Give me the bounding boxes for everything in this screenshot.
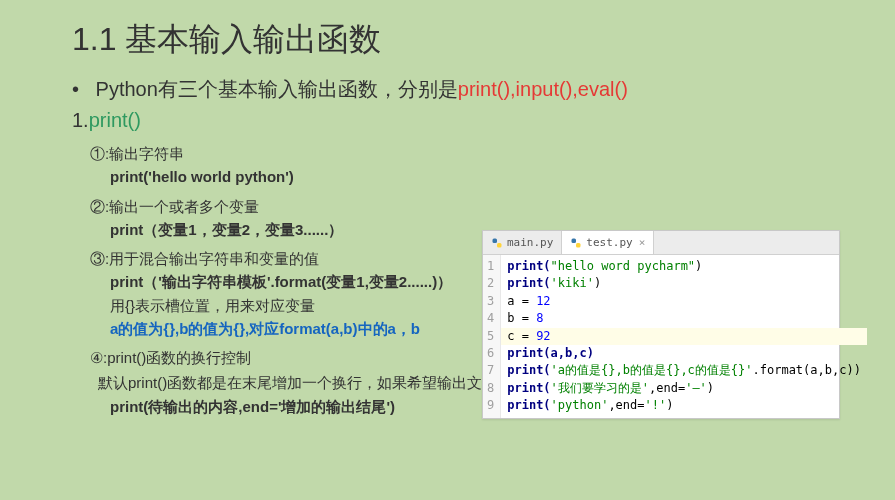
line-num: 8 [487, 380, 494, 397]
svg-rect-0 [493, 238, 498, 243]
line-num: 7 [487, 362, 494, 379]
code-line: print('python',end='!') [507, 397, 861, 414]
line-num: 4 [487, 310, 494, 327]
line-gutter: 1 2 3 4 5 6 7 8 9 [483, 255, 501, 418]
line-num: 5 [487, 328, 494, 345]
close-icon[interactable]: × [639, 236, 646, 249]
item-1-label: ①:输出字符串 [90, 142, 895, 165]
line-num: 9 [487, 397, 494, 414]
line-num: 1 [487, 258, 494, 275]
svg-rect-1 [497, 243, 502, 248]
line-num: 3 [487, 293, 494, 310]
code-line: print('kiki') [507, 275, 861, 292]
code-line: a = 12 [507, 293, 861, 310]
intro-funcs: print(),input(),eval() [458, 78, 628, 100]
code-line: print('a的值是{},b的值是{},c的值是{}'.format(a,b,… [507, 362, 861, 379]
tab-main-py[interactable]: main.py [483, 231, 562, 254]
subhead-func: print() [89, 109, 141, 131]
tab-label: main.py [507, 236, 553, 249]
line-num: 6 [487, 345, 494, 362]
svg-rect-2 [572, 238, 577, 243]
code-line: print(a,b,c) [507, 345, 861, 362]
tab-label: test.py [586, 236, 632, 249]
slide-title: 1.1 基本输入输出函数 [72, 18, 895, 62]
code-body: 1 2 3 4 5 6 7 8 9 print("hello word pych… [483, 255, 839, 418]
subheading: 1.print() [72, 109, 895, 132]
tab-test-py[interactable]: test.py × [562, 231, 654, 254]
code-area[interactable]: print("hello word pycharm")print('kiki')… [501, 255, 867, 418]
code-line: b = 8 [507, 310, 861, 327]
svg-rect-3 [576, 243, 581, 248]
code-line-highlighted: c = 92 [501, 328, 867, 345]
editor-tabs: main.py test.py × [483, 231, 839, 255]
bullet-icon: • [72, 78, 90, 101]
line-num: 2 [487, 275, 494, 292]
code-line: print('我们要学习的是',end='—') [507, 380, 861, 397]
item-1-code: print('hello world python') [110, 165, 895, 188]
python-icon [570, 237, 582, 249]
intro-line: • Python有三个基本输入输出函数，分别是print(),input(),e… [72, 76, 895, 103]
item-2-label: ②:输出一个或者多个变量 [90, 195, 895, 218]
subhead-num: 1. [72, 109, 89, 131]
code-line: print("hello word pycharm") [507, 258, 861, 275]
python-icon [491, 237, 503, 249]
intro-prefix: Python有三个基本输入输出函数，分别是 [96, 78, 458, 100]
code-editor: main.py test.py × 1 2 3 4 5 6 7 8 9 prin… [482, 230, 840, 419]
